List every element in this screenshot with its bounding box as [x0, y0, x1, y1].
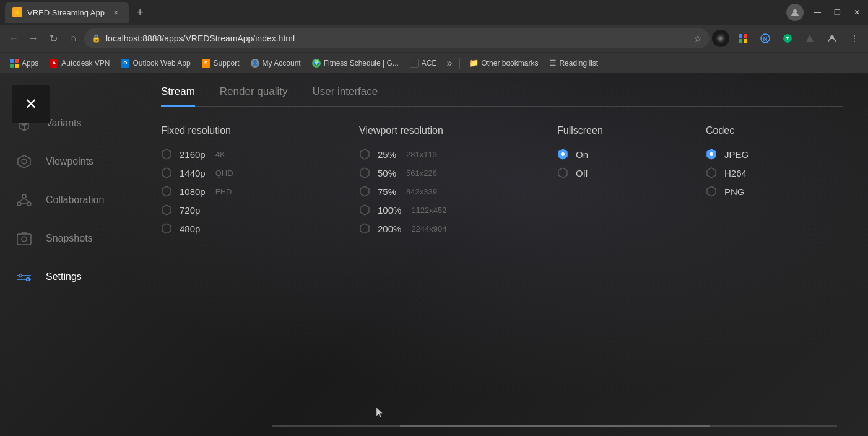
fixed-res-480p[interactable]: 480p — [161, 223, 334, 234]
fixed-res-1080p[interactable]: 1080p FHD — [161, 186, 334, 197]
tab-render-quality[interactable]: Render quality — [220, 85, 288, 107]
bookmark-fitness[interactable]: 🌍 Fitness Schedule | G... — [307, 55, 404, 71]
variants-label: Variants — [46, 118, 82, 129]
close-btn-win[interactable]: ✕ — [851, 6, 863, 19]
profile-circle-icon[interactable] — [786, 4, 804, 21]
stream-settings: Fixed resolution 2160p 4K — [161, 125, 843, 234]
nav-bar: ← → ↻ ⌂ 🔒 localhost:8888/apps/VREDStream… — [0, 25, 868, 52]
res-2160p-label: 2160p — [180, 149, 206, 160]
codec-h264[interactable]: H264 — [706, 167, 817, 178]
vp-50-sub: 561x226 — [406, 168, 437, 178]
sidebar-item-viewpoints[interactable]: Viewpoints — [0, 142, 136, 181]
vp-75-label: 75% — [378, 186, 396, 197]
fullscreen-options: On Off — [557, 149, 681, 178]
ext-icon-1[interactable] — [712, 30, 729, 47]
viewport-res-25[interactable]: 25% 281x113 — [359, 149, 532, 160]
viewport-resolution-title: Viewport resolution — [359, 125, 532, 136]
reading-list-btn[interactable]: ☰ Reading list — [544, 55, 603, 71]
maximize-btn[interactable]: ❐ — [831, 6, 843, 19]
res-480p-label: 480p — [180, 224, 200, 234]
fullscreen-on-label: On — [576, 149, 588, 160]
vp-50-label: 50% — [378, 168, 396, 178]
collaboration-icon — [15, 191, 33, 209]
home-btn[interactable]: ⌂ — [64, 30, 82, 47]
bookmarks-bar: Apps A Autodesk VPN O Outlook Web App S … — [0, 52, 868, 73]
main-content: Stream Render quality User interface Fix… — [136, 73, 868, 436]
settings-icon — [15, 268, 33, 286]
tab-stream[interactable]: Stream — [161, 85, 195, 107]
fixed-res-720p[interactable]: 720p — [161, 204, 334, 216]
svg-line-22 — [19, 198, 24, 202]
close-x-icon: ✕ — [25, 95, 37, 113]
viewport-res-50[interactable]: 50% 561x226 — [359, 167, 532, 178]
svg-point-44 — [561, 152, 565, 156]
menu-btn[interactable]: ⋮ — [846, 30, 863, 47]
svg-point-27 — [19, 274, 22, 277]
other-bookmarks-btn[interactable]: 📁 Other bookmarks — [464, 55, 543, 71]
svg-text:N: N — [763, 36, 768, 42]
svg-marker-39 — [360, 168, 369, 178]
ext-icon-2[interactable] — [734, 30, 752, 47]
sidebar-item-snapshots[interactable]: Snapshots — [0, 219, 136, 258]
minimize-btn[interactable]: — — [811, 6, 823, 19]
tab-user-interface[interactable]: User interface — [312, 85, 378, 107]
reload-btn[interactable]: ↻ — [45, 30, 62, 47]
viewport-res-75[interactable]: 75% 842x339 — [359, 186, 532, 197]
profile-btn[interactable] — [823, 30, 841, 47]
svg-marker-38 — [360, 149, 369, 159]
sidebar-item-collaboration[interactable]: Collaboration — [0, 181, 136, 219]
vp-100-label: 100% — [378, 205, 401, 216]
address-bar[interactable]: 🔒 localhost:8888/apps/VREDStreamApp/inde… — [84, 28, 710, 48]
fixed-res-2160p[interactable]: 2160p 4K — [161, 149, 334, 160]
bookmark-outlook[interactable]: O Outlook Web App — [116, 55, 195, 71]
hex-radio-25 — [359, 149, 370, 160]
svg-rect-14 — [15, 59, 19, 63]
fullscreen-on[interactable]: On — [557, 149, 681, 160]
svg-marker-36 — [162, 205, 171, 215]
new-tab-btn[interactable]: + — [131, 4, 149, 21]
ext-icon-5[interactable] — [801, 30, 818, 47]
viewport-res-100[interactable]: 100% 1122x452 — [359, 204, 532, 216]
vp-100-sub: 1122x452 — [411, 206, 446, 215]
fullscreen-off[interactable]: Off — [557, 167, 681, 178]
hex-radio-1080p — [161, 186, 172, 197]
fixed-res-1440p[interactable]: 1440p QHD — [161, 167, 334, 178]
bookmark-autodesk[interactable]: A Autodesk VPN — [45, 55, 115, 71]
viewport-res-200[interactable]: 200% 2244x904 — [359, 223, 532, 234]
close-panel-btn[interactable]: ✕ — [12, 85, 50, 123]
app-content: ✕ Variants V — [0, 73, 868, 436]
bookmark-support[interactable]: S Support — [197, 55, 245, 71]
hex-radio-75 — [359, 186, 370, 197]
folder-icon: 📁 — [469, 58, 479, 68]
vp-75-sub: 842x339 — [406, 187, 437, 196]
outlook-label: Outlook Web App — [132, 59, 190, 68]
svg-rect-16 — [15, 64, 19, 68]
hex-radio-1440p — [161, 167, 172, 178]
hex-radio-100 — [359, 204, 370, 216]
back-btn[interactable]: ← — [5, 30, 22, 47]
bookmark-myaccount[interactable]: 👤 My Account — [246, 55, 306, 71]
other-bookmarks-label: Other bookmarks — [481, 59, 538, 68]
star-icon[interactable]: ☆ — [693, 33, 702, 45]
forward-btn[interactable]: → — [25, 30, 42, 47]
fitness-label: Fitness Schedule | G... — [324, 59, 399, 68]
title-bar-left: VRED Streaming App × + — [5, 2, 784, 23]
bookmark-apps[interactable]: Apps — [5, 55, 43, 71]
svg-rect-13 — [10, 59, 14, 63]
svg-rect-4 — [739, 34, 742, 38]
more-bookmarks-btn[interactable]: » — [443, 58, 456, 69]
ext-icon-4[interactable]: T — [779, 30, 796, 47]
active-tab[interactable]: VRED Streaming App × — [5, 2, 129, 23]
hex-radio-200 — [359, 223, 370, 234]
tab-close-btn[interactable]: × — [110, 7, 121, 18]
hex-radio-2160p — [161, 149, 172, 160]
autodesk-label: Autodesk VPN — [61, 59, 110, 68]
bookmark-ace[interactable]: ACE — [405, 55, 442, 71]
hex-radio-50 — [359, 167, 370, 178]
ext-icon-3[interactable]: N — [757, 30, 774, 47]
sidebar-item-settings[interactable]: Settings — [0, 258, 136, 296]
ace-icon — [410, 59, 419, 68]
codec-png[interactable]: PNG — [706, 186, 817, 197]
codec-jpeg[interactable]: JPEG — [706, 149, 817, 160]
svg-point-18 — [22, 159, 27, 164]
